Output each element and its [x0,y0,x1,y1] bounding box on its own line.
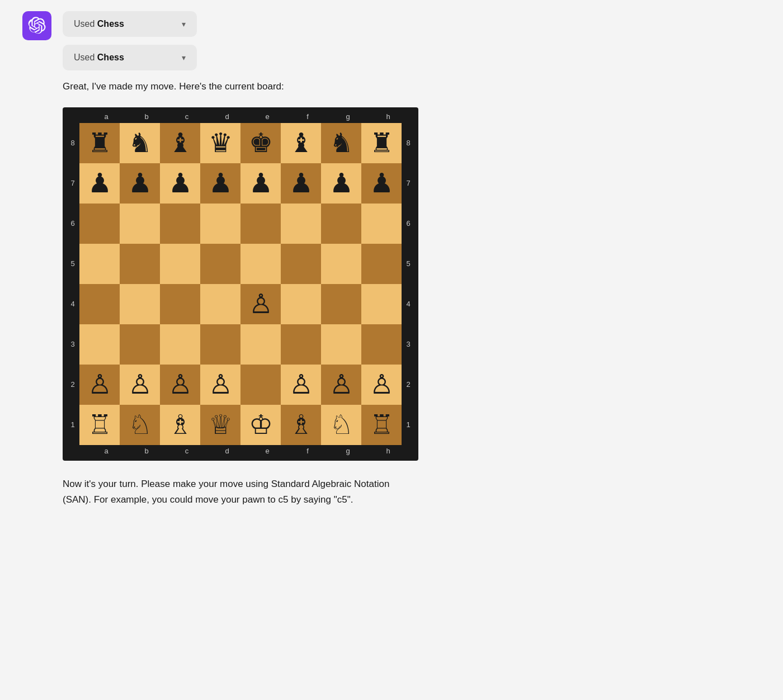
square-g5[interactable] [321,244,361,284]
square-f6[interactable] [281,204,321,244]
square-g7[interactable]: ♟ [321,163,361,204]
square-d1[interactable]: ♕ [200,405,240,445]
square-d3[interactable] [200,324,240,365]
square-a4[interactable] [79,284,120,324]
square-a5[interactable] [79,244,120,284]
square-b8[interactable]: ♞ [120,123,160,163]
square-e8[interactable]: ♚ [240,123,281,163]
square-d8[interactable]: ♛ [200,123,240,163]
square-c8[interactable]: ♝ [160,123,200,163]
tool-badge-1-label: Used Chess [74,19,124,29]
square-h2[interactable]: ♙ [361,365,402,405]
col-label-f: f [287,111,328,123]
square-g4[interactable] [321,284,361,324]
square-c3[interactable] [160,324,200,365]
square-b2[interactable]: ♙ [120,365,160,405]
square-f8[interactable]: ♝ [281,123,321,163]
col-label-g: g [328,111,368,123]
square-h4[interactable] [361,284,402,324]
tool-badge-2[interactable]: Used Chess ▾ [63,45,197,70]
app-logo [22,11,51,40]
left-row-labels: 8 7 6 5 4 3 2 1 [66,123,79,445]
second-badge-row: Used Chess ▾ [63,45,761,70]
square-a2[interactable]: ♙ [79,365,120,405]
square-h8[interactable]: ♜ [361,123,402,163]
square-e2[interactable] [240,365,281,405]
tool-badge-2-label: Used Chess [74,53,124,63]
tool-badge-2-chevron: ▾ [182,53,186,62]
square-c1[interactable]: ♗ [160,405,200,445]
message-1: Great, I've made my move. Here's the cur… [63,79,761,94]
square-h3[interactable] [361,324,402,365]
square-g8[interactable]: ♞ [321,123,361,163]
tool-badge-1-chevron: ▾ [182,20,186,29]
col-label-b: b [126,111,167,123]
square-c7[interactable]: ♟ [160,163,200,204]
col-label-h: h [368,111,408,123]
tool-badge-1[interactable]: Used Chess ▾ [63,11,197,37]
square-c4[interactable] [160,284,200,324]
square-f1[interactable]: ♗ [281,405,321,445]
square-f2[interactable]: ♙ [281,365,321,405]
square-b7[interactable]: ♟ [120,163,160,204]
square-h1[interactable]: ♖ [361,405,402,445]
square-c6[interactable] [160,204,200,244]
square-e5[interactable] [240,244,281,284]
right-row-labels: 8 7 6 5 4 3 2 1 [402,123,415,445]
square-b6[interactable] [120,204,160,244]
square-e3[interactable] [240,324,281,365]
square-g6[interactable] [321,204,361,244]
square-d5[interactable] [200,244,240,284]
square-a7[interactable]: ♟ [79,163,120,204]
square-e7[interactable]: ♟ [240,163,281,204]
square-e1[interactable]: ♔ [240,405,281,445]
message-2: Now it's your turn. Please make your mov… [63,476,409,509]
square-b3[interactable] [120,324,160,365]
header-area: Used Chess ▾ [22,11,761,40]
square-f4[interactable] [281,284,321,324]
square-h7[interactable]: ♟ [361,163,402,204]
board-top-labels: a b c d e f g h [86,111,408,123]
col-label-d: d [207,111,247,123]
chess-board: ♜♞♝♛♚♝♞♜♟♟♟♟♟♟♟♟♙♙♙♙♙♙♙♙♖♘♗♕♔♗♘♖ [79,123,402,445]
board-middle: 8 7 6 5 4 3 2 1 ♜♞♝♛♚♝♞♜♟♟♟♟♟♟♟♟♙♙♙♙♙♙♙♙… [66,123,415,445]
square-f7[interactable]: ♟ [281,163,321,204]
square-g2[interactable]: ♙ [321,365,361,405]
col-label-e: e [247,111,287,123]
chatgpt-icon [28,17,46,35]
board-with-coords: a b c d e f g h 8 7 6 5 4 3 2 1 [66,111,415,457]
board-bottom-labels: a b c d e f g h [86,445,408,457]
square-h6[interactable] [361,204,402,244]
square-g3[interactable] [321,324,361,365]
square-a6[interactable] [79,204,120,244]
square-d2[interactable]: ♙ [200,365,240,405]
chess-board-wrapper: a b c d e f g h 8 7 6 5 4 3 2 1 [63,107,418,461]
square-e4[interactable]: ♙ [240,284,281,324]
square-c2[interactable]: ♙ [160,365,200,405]
square-b5[interactable] [120,244,160,284]
square-b1[interactable]: ♘ [120,405,160,445]
square-f3[interactable] [281,324,321,365]
col-label-c: c [167,111,207,123]
col-label-a: a [86,111,126,123]
square-h5[interactable] [361,244,402,284]
chess-board-container: a b c d e f g h 8 7 6 5 4 3 2 1 [63,107,418,461]
square-f5[interactable] [281,244,321,284]
square-d7[interactable]: ♟ [200,163,240,204]
square-a1[interactable]: ♖ [79,405,120,445]
square-a3[interactable] [79,324,120,365]
square-g1[interactable]: ♘ [321,405,361,445]
square-e6[interactable] [240,204,281,244]
square-d6[interactable] [200,204,240,244]
square-c5[interactable] [160,244,200,284]
square-d4[interactable] [200,284,240,324]
square-a8[interactable]: ♜ [79,123,120,163]
square-b4[interactable] [120,284,160,324]
